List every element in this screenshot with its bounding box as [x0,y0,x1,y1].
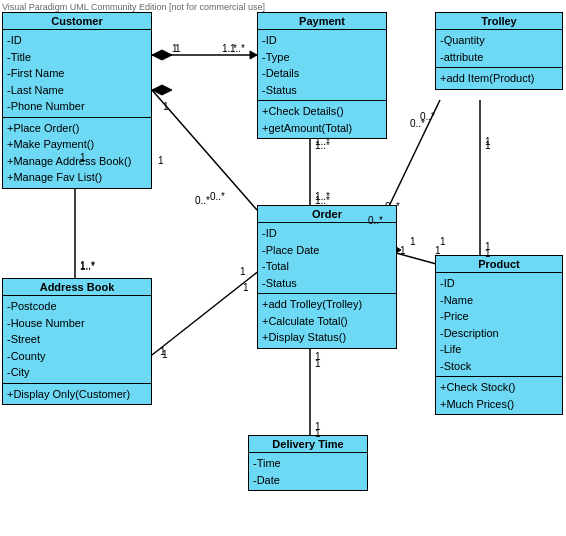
watermark: Visual Paradigm UML Community Edition [n… [2,2,265,12]
svg-text:1: 1 [163,101,169,112]
label-payment-order-1star-top: 1..* [315,140,330,151]
product-box: Product -ID -Name -Price -Description -L… [435,255,563,415]
addressbook-box: Address Book -Postcode -House Number -St… [2,278,152,405]
addressbook-attr-street: -Street [7,331,147,348]
payment-method-2: +getAmount(Total) [262,120,382,137]
label-trolley-order-0star: 0..* [410,118,425,129]
trolley-header: Trolley [436,13,562,30]
product-methods: +Check Stock() +Much Prices() [436,377,562,414]
deliverytime-box: Delivery Time -Time -Date [248,435,368,491]
label-order-product-1b: 1 [435,245,441,256]
addressbook-attr-housenumber: -House Number [7,315,147,332]
order-attributes: -ID -Place Date -Total -Status [258,223,396,294]
label-trolley-product-1b: 1 [485,248,491,259]
label-payment-order-1star-bot: 1..* [315,195,330,206]
customer-attr-phone: -Phone Number [7,98,147,115]
customer-attr-id: -ID [7,32,147,49]
label-customer-addr-1star: 1..* [80,260,95,271]
trolley-attr-attribute: -attribute [440,49,558,66]
order-method-2: +Calculate Total() [262,313,392,330]
svg-marker-1 [152,50,172,60]
payment-attr-type: -Type [262,49,382,66]
deliverytime-attr-date: -Date [253,472,363,489]
addressbook-attr-county: -County [7,348,147,365]
customer-method-4: +Manage Fav List() [7,169,147,186]
order-attr-placedate: -Place Date [262,242,392,259]
label-trolley-order-0star2: 0..* [368,215,383,226]
payment-header: Payment [258,13,386,30]
product-attr-price: -Price [440,308,558,325]
order-attr-status: -Status [262,275,392,292]
product-attr-id: -ID [440,275,558,292]
deliverytime-attr-time: -Time [253,455,363,472]
label-addr-order-1b: 1 [243,282,249,293]
customer-attr-firstname: -First Name [7,65,147,82]
product-header: Product [436,256,562,273]
label-order-delivery-1: 1 [315,358,321,369]
payment-attr-id: -ID [262,32,382,49]
deliverytime-attributes: -Time -Date [249,453,367,490]
order-attr-total: -Total [262,258,392,275]
customer-attr-title: -Title [7,49,147,66]
product-attr-desc: -Description [440,325,558,342]
payment-methods: +Check Details() +getAmount(Total) [258,101,386,138]
product-attr-stock: -Stock [440,358,558,375]
addressbook-attr-city: -City [7,364,147,381]
label-trolley-product-1: 1 [485,140,491,151]
customer-box: Customer -ID -Title -First Name -Last Na… [2,12,152,189]
order-box: Order -ID -Place Date -Total -Status +ad… [257,205,397,349]
svg-marker-2 [250,51,257,59]
customer-methods: +Place Order() +Make Payment() +Manage A… [3,118,151,188]
svg-marker-6 [152,85,172,95]
addressbook-attributes: -Postcode -House Number -Street -County … [3,296,151,384]
svg-text:1: 1 [240,266,246,277]
label-addr-order-1: 1 [162,349,168,360]
trolley-method-1: +add Item(Product) [440,70,558,87]
order-attr-id: -ID [262,225,392,242]
trolley-attributes: -Quantity -attribute [436,30,562,68]
addressbook-method-1: +Display Only(Customer) [7,386,147,403]
label-order-delivery-1b: 1 [315,428,321,439]
addressbook-header: Address Book [3,279,151,296]
payment-attr-details: -Details [262,65,382,82]
label-customer-order-0star: 0..* [195,195,210,206]
trolley-methods: +add Item(Product) [436,68,562,89]
payment-attr-status: -Status [262,82,382,99]
svg-line-5 [152,90,257,210]
customer-attr-lastname: -Last Name [7,82,147,99]
trolley-box: Trolley -Quantity -attribute +add Item(P… [435,12,563,90]
order-methods: +add Trolley(Trolley) +Calculate Total()… [258,294,396,348]
product-attr-name: -Name [440,292,558,309]
svg-text:1: 1 [410,236,416,247]
order-method-3: +Display Status() [262,329,392,346]
deliverytime-header: Delivery Time [249,436,367,453]
label-cust-pay-1: 1 [172,43,178,54]
addressbook-attr-postcode: -Postcode [7,298,147,315]
customer-method-2: +Make Payment() [7,136,147,153]
product-attr-life: -Life [440,341,558,358]
addressbook-methods: +Display Only(Customer) [3,384,151,405]
customer-method-3: +Manage Address Book() [7,153,147,170]
order-method-1: +add Trolley(Trolley) [262,296,392,313]
customer-header: Customer [3,13,151,30]
product-method-2: +Much Prices() [440,396,558,413]
product-method-1: +Check Stock() [440,379,558,396]
label-customer-addr-1: 1 [80,152,86,163]
payment-method-1: +Check Details() [262,103,382,120]
payment-attributes: -ID -Type -Details -Status [258,30,386,101]
label-order-product-1: 1 [400,245,406,256]
label-cust-pay-1star: 1..* [222,43,237,54]
product-attributes: -ID -Name -Price -Description -Life -Sto… [436,273,562,377]
payment-box: Payment -ID -Type -Details -Status +Chec… [257,12,387,139]
trolley-attr-quantity: -Quantity [440,32,558,49]
customer-method-1: +Place Order() [7,120,147,137]
customer-attributes: -ID -Title -First Name -Last Name -Phone… [3,30,151,118]
svg-text:0..*: 0..* [210,191,225,202]
label-customer-order-1: 1 [158,155,164,166]
